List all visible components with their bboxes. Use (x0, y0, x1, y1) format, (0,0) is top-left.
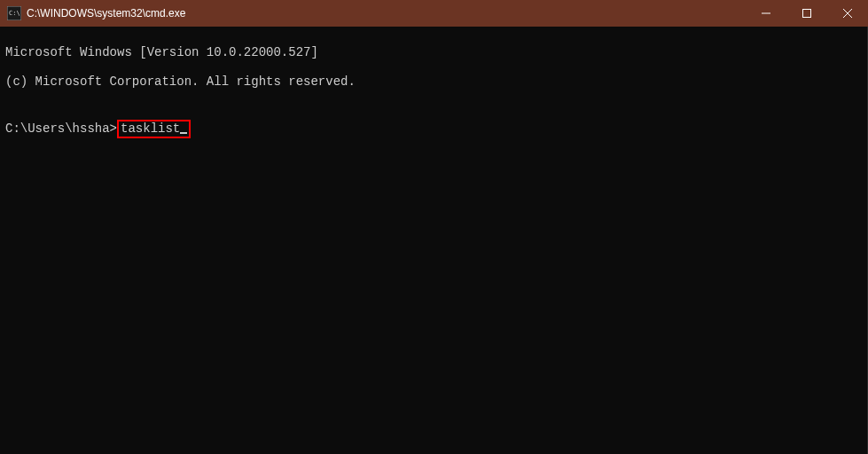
maximize-button[interactable] (786, 0, 827, 27)
terminal-output[interactable]: Microsoft Windows [Version 10.0.22000.52… (0, 27, 868, 454)
close-button[interactable] (827, 0, 868, 27)
titlebar[interactable]: C:\ C:\WINDOWS\system32\cmd.exe (0, 0, 868, 27)
output-line-copyright: (c) Microsoft Corporation. All rights re… (5, 74, 862, 90)
typed-command: tasklist (121, 121, 180, 136)
cmd-window: C:\ C:\WINDOWS\system32\cmd.exe Microsof… (0, 0, 868, 454)
svg-rect-3 (803, 10, 811, 18)
svg-text:C:\: C:\ (9, 10, 20, 17)
minimize-button[interactable] (746, 0, 786, 27)
window-title: C:\WINDOWS\system32\cmd.exe (27, 7, 746, 20)
prompt-text: C:\Users\hssha> (5, 121, 117, 137)
output-line-version: Microsoft Windows [Version 10.0.22000.52… (5, 45, 862, 60)
window-controls (746, 0, 868, 27)
cmd-icon: C:\ (7, 6, 21, 20)
command-highlight: tasklist (117, 120, 191, 138)
prompt-line: C:\Users\hssha>tasklist (5, 120, 862, 138)
cursor (180, 132, 187, 134)
